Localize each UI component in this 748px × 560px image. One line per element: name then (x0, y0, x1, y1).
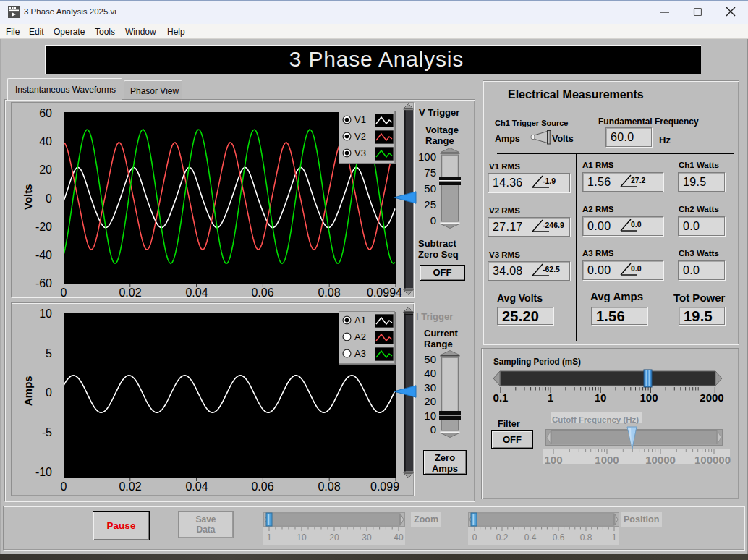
svg-text:-62.5: -62.5 (543, 265, 560, 273)
svg-text:0.0: 0.0 (631, 264, 642, 273)
svg-text:-1.9: -1.9 (543, 177, 556, 185)
svg-text:0.0: 0.0 (631, 220, 642, 229)
svg-text:-246.9: -246.9 (543, 221, 564, 229)
svg-text:27.2: 27.2 (631, 176, 646, 184)
